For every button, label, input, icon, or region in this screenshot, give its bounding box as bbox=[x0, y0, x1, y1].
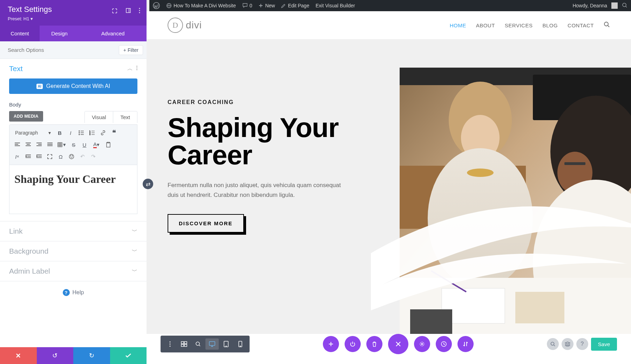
svg-rect-6 bbox=[126, 8, 130, 13]
underline-button[interactable]: U bbox=[80, 140, 89, 150]
nav-blog[interactable]: BLOG bbox=[542, 22, 558, 28]
avatar[interactable] bbox=[611, 2, 618, 9]
comments-count: 0 bbox=[250, 3, 252, 8]
emoji-button[interactable] bbox=[67, 152, 76, 162]
editor-heading-text: Shaping Your Career bbox=[14, 172, 132, 187]
generate-ai-button[interactable]: AIGenerate Content With AI bbox=[9, 78, 137, 94]
search-button[interactable] bbox=[547, 338, 559, 350]
section-text-header[interactable]: Text ︿ bbox=[0, 59, 147, 78]
paste-button[interactable] bbox=[103, 140, 113, 150]
confirm-button[interactable] bbox=[110, 347, 147, 364]
dock-icon[interactable] bbox=[125, 8, 131, 15]
chevron-down-icon: ﹀ bbox=[132, 228, 137, 235]
ordered-list-button[interactable]: 123 bbox=[87, 128, 97, 138]
svg-point-74 bbox=[170, 344, 171, 345]
new-link[interactable]: New bbox=[258, 3, 275, 8]
tab-advanced[interactable]: Advanced bbox=[79, 26, 147, 41]
wp-admin-bar: How To Make A Divi Website 0 New Edit Pa… bbox=[149, 0, 631, 11]
help-link[interactable]: ? Help bbox=[0, 281, 147, 304]
plus-icon: + bbox=[123, 47, 126, 53]
align-center-button[interactable] bbox=[23, 140, 33, 150]
history-button[interactable] bbox=[436, 336, 452, 352]
sort-button[interactable] bbox=[457, 336, 474, 352]
redo-button[interactable]: ↷ bbox=[88, 152, 98, 162]
align-left-button[interactable] bbox=[12, 140, 22, 150]
nav-services[interactable]: SERVICES bbox=[505, 22, 533, 28]
more-icon[interactable] bbox=[136, 66, 137, 72]
undo-button[interactable]: ↶ bbox=[77, 152, 87, 162]
search-input[interactable] bbox=[4, 44, 119, 56]
discard-button[interactable] bbox=[0, 347, 37, 364]
nav-contact[interactable]: CONTACT bbox=[568, 22, 594, 28]
wordpress-icon[interactable] bbox=[153, 2, 160, 9]
align-justify-button[interactable] bbox=[45, 140, 55, 150]
site-link[interactable]: How To Make A Divi Website bbox=[166, 3, 236, 8]
svg-line-81 bbox=[199, 345, 200, 346]
panel-resize-handle[interactable]: ⇄ bbox=[143, 179, 153, 189]
settings-button[interactable] bbox=[414, 336, 430, 352]
add-button[interactable] bbox=[323, 336, 339, 352]
bold-button[interactable]: B bbox=[55, 128, 65, 138]
tab-content[interactable]: Content bbox=[0, 26, 40, 41]
editor-tab-visual[interactable]: Visual bbox=[85, 111, 114, 123]
power-button[interactable] bbox=[345, 336, 361, 352]
more-icon[interactable] bbox=[139, 8, 140, 15]
clear-format-button[interactable]: I× bbox=[12, 152, 22, 162]
section-background-header[interactable]: Background ﹀ bbox=[0, 241, 147, 261]
save-button[interactable]: Save bbox=[591, 338, 617, 351]
quote-button[interactable]: ❝ bbox=[109, 128, 119, 138]
format-select[interactable]: Paragraph▾ bbox=[12, 129, 54, 137]
layers-button[interactable] bbox=[562, 338, 574, 350]
panel-tabs: Content Design Advanced bbox=[0, 26, 147, 41]
help-button[interactable]: ? bbox=[576, 338, 588, 350]
svg-rect-82 bbox=[209, 342, 215, 345]
italic-button[interactable]: I bbox=[66, 128, 75, 138]
section-link-header[interactable]: Link ﹀ bbox=[0, 221, 147, 241]
view-controls bbox=[161, 336, 250, 352]
nav-about[interactable]: ABOUT bbox=[476, 22, 495, 28]
svg-rect-76 bbox=[181, 342, 184, 344]
search-icon[interactable] bbox=[622, 2, 627, 9]
undo-button[interactable]: ↺ bbox=[37, 347, 74, 364]
outdent-button[interactable] bbox=[23, 152, 33, 162]
fullscreen-button[interactable] bbox=[45, 152, 55, 162]
nav-search-icon[interactable] bbox=[604, 21, 610, 29]
site-logo[interactable]: D divi bbox=[168, 18, 202, 33]
editor-tab-text[interactable]: Text bbox=[113, 111, 137, 123]
strikethrough-button[interactable]: S bbox=[69, 140, 79, 150]
mobile-icon[interactable] bbox=[233, 338, 247, 350]
comments-link[interactable]: 0 bbox=[242, 3, 252, 8]
indent-button[interactable] bbox=[34, 152, 44, 162]
target-icon[interactable] bbox=[111, 8, 118, 15]
preset-selector[interactable]: Preset: H1▾ bbox=[8, 16, 139, 21]
logo-mark: D bbox=[168, 18, 183, 33]
zoom-icon[interactable] bbox=[191, 338, 205, 350]
tab-design[interactable]: Design bbox=[40, 26, 79, 41]
desktop-icon[interactable] bbox=[205, 338, 219, 350]
trash-button[interactable] bbox=[366, 336, 382, 352]
panel-footer: ↺ ↻ bbox=[0, 347, 147, 364]
nav-home[interactable]: HOME bbox=[450, 22, 466, 28]
hero-cta-button[interactable]: DISCOVER MORE bbox=[168, 214, 244, 233]
text-color-button[interactable]: A ▾ bbox=[90, 140, 102, 150]
section-admin-label-header[interactable]: Admin Label ﹀ bbox=[0, 261, 147, 281]
wireframe-icon[interactable] bbox=[177, 338, 191, 350]
redo-button[interactable]: ↻ bbox=[73, 347, 110, 364]
filter-button[interactable]: +Filter bbox=[119, 45, 143, 55]
editor-content-area[interactable]: Shaping Your Career bbox=[9, 165, 137, 214]
table-button[interactable]: ▾ bbox=[56, 140, 68, 150]
unordered-list-button[interactable] bbox=[76, 128, 86, 138]
close-builder-button[interactable] bbox=[388, 334, 408, 354]
section-label: Text bbox=[9, 64, 23, 73]
hero-heading[interactable]: Shaping Your Career bbox=[168, 114, 371, 169]
align-right-button[interactable] bbox=[34, 140, 44, 150]
body-label: Body bbox=[9, 102, 137, 108]
add-media-button[interactable]: ADD MEDIA bbox=[9, 111, 43, 122]
exit-builder-link[interactable]: Exit Visual Builder bbox=[316, 3, 355, 8]
special-char-button[interactable]: Ω bbox=[56, 152, 66, 162]
user-greeting[interactable]: Howdy, Deanna bbox=[572, 3, 607, 8]
link-button[interactable] bbox=[98, 128, 108, 138]
edit-page-link[interactable]: Edit Page bbox=[281, 3, 309, 8]
more-icon[interactable] bbox=[163, 338, 177, 350]
tablet-icon[interactable] bbox=[219, 338, 233, 350]
